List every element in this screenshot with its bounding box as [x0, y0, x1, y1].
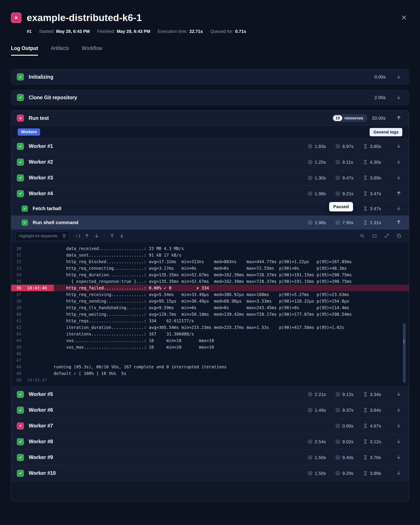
close-button[interactable] [399, 13, 409, 23]
expand-arrow-button[interactable] [394, 437, 403, 446]
line-number[interactable]: 34 [11, 272, 21, 278]
worker-row-2[interactable]: Worker #2 1.25s 9.11s 4.30s [11, 154, 409, 170]
worker-row-4[interactable]: Worker #4 1.98s 9.21s 3.47s [11, 186, 409, 201]
line-text: http_req_failed................: 0.00% ✓… [54, 285, 409, 291]
line-text: http_req_waiting...............: avg=129… [54, 311, 409, 318]
line-number[interactable]: 39 [11, 304, 21, 311]
line-number[interactable]: 50 [11, 377, 21, 383]
copy-icon [397, 233, 402, 239]
filter-funnel-icon[interactable] [62, 234, 67, 239]
expand-arrow-button[interactable] [394, 73, 403, 81]
log-line: 44 vus............................: 10 m… [11, 337, 409, 344]
line-number[interactable]: 37 [11, 291, 21, 298]
hourglass-icon [363, 439, 368, 444]
line-timestamp [21, 252, 54, 258]
play-icon [335, 175, 340, 180]
line-number[interactable]: 48 [11, 364, 21, 370]
expand-arrow-button[interactable] [394, 390, 403, 399]
worker-row-5[interactable]: Worker #5 2.21s 9.12s 3.34s [11, 386, 409, 402]
line-number[interactable]: 31 [11, 252, 21, 258]
line-timestamp [21, 344, 54, 350]
line-number[interactable]: 45 [11, 344, 21, 350]
expand-arrow-button[interactable] [394, 158, 403, 167]
expand-arrow-button[interactable] [394, 453, 403, 462]
pause-icon [308, 408, 313, 412]
line-timestamp [21, 350, 54, 357]
worker-row-1[interactable]: Worker #1 1.83s 8.97s 3.85s [11, 138, 409, 154]
substep-fetch-tarball[interactable]: Paused Fetch tarball 0.00s 3.47s [11, 201, 409, 216]
search-logs-button[interactable] [358, 232, 366, 240]
worker-row-7[interactable]: Worker #7 0.00s 4.67s [11, 418, 409, 434]
line-number[interactable]: 33 [11, 265, 21, 272]
collapse-arrow-button[interactable] [394, 114, 403, 122]
step-header-initializing[interactable]: Initializing 0.00s [11, 69, 409, 84]
log-line: 35 { expected_response:true }...: avg=13… [11, 278, 409, 285]
log-line: 38 http_req_sending...............: avg=… [11, 298, 409, 304]
line-timestamp [21, 370, 54, 377]
expand-arrow-button[interactable] [394, 142, 403, 151]
log-line: 39 http_req_tls_handshaking.......: avg=… [11, 304, 409, 311]
worker-row-6[interactable]: Worker #6 1.46s 9.37s 3.84s [11, 402, 409, 418]
expand-arrow-button[interactable] [394, 174, 403, 182]
step-header-clone-git-repository[interactable]: Clone Git repository 2.00s [11, 90, 409, 105]
worker-row-9[interactable]: Worker #9 1.50s 9.40s 3.76s [11, 450, 409, 465]
running-duration: 9.29s [335, 471, 363, 476]
tab-workflow[interactable]: Workflow [82, 45, 102, 56]
log-scrollbar[interactable] [403, 323, 406, 383]
worker-row-3[interactable]: Worker #3 1.30s 9.47s 3.89s [11, 170, 409, 186]
substep-run-shell-command[interactable]: Run shell command 1.98s 7.90s 1.31s [11, 216, 409, 229]
success-icon [17, 190, 24, 197]
tab-log-output[interactable]: Log Output [11, 45, 38, 56]
waiting-duration: 3.76s [363, 455, 391, 460]
collapse-arrow-button[interactable] [394, 189, 403, 198]
pause-icon [308, 392, 313, 397]
line-number[interactable]: 49 [11, 370, 21, 377]
collapse-arrow-button[interactable] [394, 218, 403, 227]
tab-artifacts[interactable]: Artifacts [51, 45, 69, 56]
chevron-down-icon [396, 470, 402, 476]
expand-arrow-button[interactable] [394, 93, 403, 102]
expand-arrow-button[interactable] [394, 469, 403, 478]
play-icon [335, 439, 340, 444]
worker-stats: 1.25s 9.11s 4.30s [308, 159, 391, 165]
line-number[interactable]: 42 [11, 324, 21, 331]
expand-arrow-button[interactable] [394, 204, 403, 213]
paused-duration: 2.21s [308, 392, 335, 397]
wrap-lines-button[interactable] [370, 232, 379, 240]
previous-match-button[interactable] [83, 232, 91, 240]
highlight-keywords-input[interactable] [16, 232, 69, 241]
line-number[interactable]: 30 [11, 245, 21, 252]
line-number[interactable]: 46 [11, 350, 21, 357]
line-number[interactable]: 47 [11, 357, 21, 364]
log-output: 30 data_received..................: 23 M… [11, 243, 409, 386]
line-timestamp [21, 272, 54, 278]
pause-icon [308, 439, 313, 444]
general-logs-button[interactable]: General logs [370, 128, 402, 136]
line-number[interactable]: 32 [11, 258, 21, 265]
step-header-run-test[interactable]: Run test 10 resources 20.00s [11, 111, 409, 126]
line-number[interactable]: 35 [11, 278, 21, 285]
line-number[interactable]: 41 [11, 318, 21, 324]
waiting-duration: 3.34s [363, 392, 391, 397]
line-number[interactable]: 36 [11, 285, 21, 291]
hourglass-icon [363, 175, 368, 180]
expand-arrow-button[interactable] [394, 422, 403, 430]
copy-logs-button[interactable] [395, 232, 403, 240]
jump-to-bottom-button[interactable] [118, 232, 126, 240]
worker-row-8[interactable]: Worker #8 2.54s 9.02s 3.12s [11, 434, 409, 450]
next-match-button[interactable] [92, 232, 101, 240]
line-number[interactable]: 40 [11, 311, 21, 318]
worker-row-10[interactable]: Worker #10 1.50s 9.29s 3.89s [11, 465, 409, 481]
hourglass-icon [363, 191, 368, 196]
fullscreen-button[interactable] [383, 232, 391, 240]
line-number[interactable]: 43 [11, 331, 21, 337]
success-icon [17, 438, 24, 445]
line-number[interactable]: 44 [11, 337, 21, 344]
hourglass-icon [363, 423, 368, 428]
arrow-up-to-line-icon [110, 233, 115, 239]
log-toolbar: - / 1 [11, 229, 409, 243]
jump-to-top-button[interactable] [108, 232, 116, 240]
workers-tab[interactable]: Workers [18, 128, 40, 136]
line-number[interactable]: 38 [11, 298, 21, 304]
expand-arrow-button[interactable] [394, 406, 403, 414]
